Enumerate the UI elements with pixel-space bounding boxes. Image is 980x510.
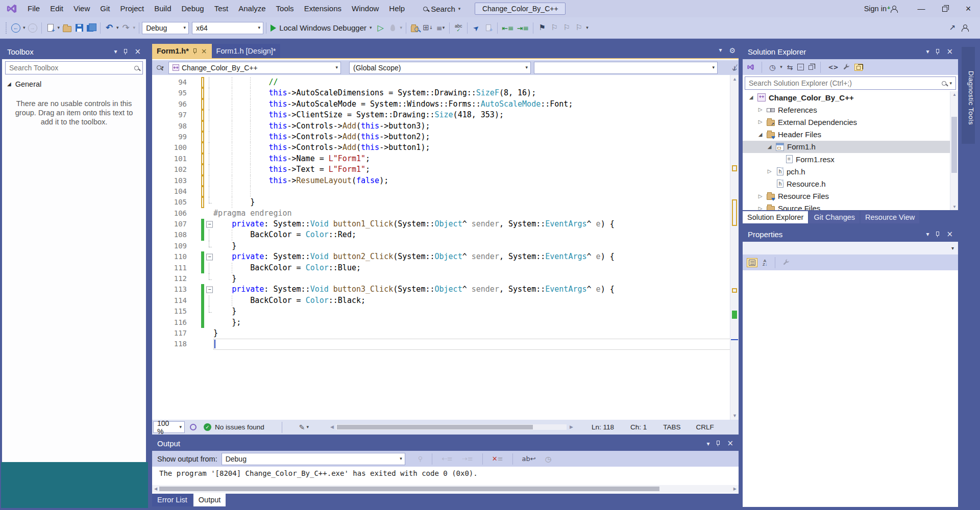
code-line-101[interactable]: 101 this->Name = L"Form1"; — [152, 154, 739, 164]
collapsed-arrow-icon[interactable]: ▷ — [757, 206, 764, 210]
editor-horizontal-scrollbar[interactable] — [336, 424, 567, 430]
toolbox-search-input[interactable] — [9, 64, 134, 72]
solution-explorer-header[interactable]: Solution Explorer ▾ × — [743, 44, 958, 59]
menu-project[interactable]: Project — [115, 0, 149, 17]
navigate-backward-button[interactable]: ← — [10, 21, 22, 35]
code-line-103[interactable]: 103 this->ResumeLayout(false); — [152, 175, 739, 186]
code-line-115[interactable]: 115 } — [152, 306, 739, 317]
save-all-button[interactable] — [85, 21, 97, 35]
output-log[interactable]: The program '[8204] Change_Color_By_C++.… — [152, 467, 739, 485]
feedback-button[interactable] — [959, 21, 971, 35]
tree-item-header-files[interactable]: ◢Header Files — [743, 129, 958, 141]
fold-collapse-button[interactable] — [205, 219, 213, 230]
health-indicator-icon[interactable]: ✓ — [204, 423, 211, 431]
code-line-113[interactable]: 113 private: System::Void button3_Click(… — [152, 284, 739, 295]
collapsed-arrow-icon[interactable]: ▷ — [757, 194, 764, 199]
expanded-arrow-icon[interactable]: ◢ — [766, 144, 773, 149]
title-search-control[interactable]: Search ▾ — [423, 5, 460, 13]
toolbox-header[interactable]: Toolbox ▾ × — [2, 44, 146, 59]
solution-explorer-search-input[interactable] — [749, 79, 942, 87]
hscroll-right-arrow[interactable]: ▶ — [570, 425, 573, 429]
show-all-files-icon[interactable] — [808, 65, 813, 70]
expanded-arrow-icon[interactable]: ◢ — [748, 95, 754, 100]
tree-item-resource-files[interactable]: ▷Resource Files — [743, 190, 958, 202]
solution-explorer-search[interactable]: ▾ — [745, 76, 956, 90]
scope-dropdown[interactable]: (Global Scope)▾ — [349, 62, 531, 74]
menu-edit[interactable]: Edit — [45, 0, 68, 17]
panel-tab-error-list[interactable]: Error List — [152, 494, 192, 506]
menu-extensions[interactable]: Extensions — [299, 0, 347, 17]
alphabetical-sort-icon[interactable]: AZ↓ — [763, 259, 767, 266]
open-file-button[interactable] — [61, 21, 73, 35]
sign-in-button[interactable]: Sign in + — [864, 5, 897, 13]
menu-window[interactable]: Window — [347, 0, 384, 17]
pin-icon[interactable] — [935, 231, 940, 238]
navigate-forward-button[interactable]: → — [27, 21, 39, 35]
code-line-99[interactable]: 99 this->Controls->Add(this->button2); — [152, 132, 739, 142]
panel-tab-solution-explorer[interactable]: Solution Explorer — [743, 211, 808, 223]
property-pages-wrench-icon[interactable] — [783, 259, 790, 266]
scroll-up-arrow[interactable]: ▲ — [952, 92, 957, 97]
hscroll-right-arrow[interactable]: ▶ — [731, 487, 739, 491]
member-dropdown[interactable]: ▾ — [534, 62, 718, 74]
window-position-icon[interactable]: ▾ — [706, 441, 709, 447]
tree-item-source-files[interactable]: ▷Source Files — [743, 202, 958, 210]
scroll-down-arrow[interactable]: ▼ — [730, 412, 739, 420]
switch-views-icon[interactable]: ⇆ — [787, 64, 793, 71]
code-line-110[interactable]: 110 private: System::Void button2_Click(… — [152, 251, 739, 262]
chevron-down-icon[interactable]: ▾ — [399, 26, 404, 30]
code-line-97[interactable]: 97 this->ClientSize = System::Drawing::S… — [152, 110, 739, 120]
tree-item-resource-h[interactable]: hResource.h — [743, 177, 958, 190]
collapsed-arrow-icon[interactable]: ▷ — [757, 119, 764, 124]
fold-collapse-button[interactable] — [205, 251, 213, 262]
code-line-94[interactable]: 94 // — [152, 77, 739, 88]
panel-tab-output[interactable]: Output — [193, 494, 226, 506]
pin-icon[interactable] — [192, 48, 198, 55]
pin-icon[interactable] — [123, 48, 128, 55]
close-icon[interactable]: × — [946, 231, 953, 238]
solution-platforms-button[interactable]: ⊞↓ — [421, 21, 434, 35]
split-editor-icon[interactable]: ⫝̸︎ — [732, 64, 737, 71]
minimize-button[interactable]: — — [910, 0, 933, 17]
code-line-106[interactable]: 106#pragma endregion — [152, 208, 739, 219]
solution-name-box[interactable]: Change_Color_By_C++ — [475, 3, 566, 15]
decrease-indent-button[interactable]: ⇤≡ — [500, 21, 515, 35]
menu-analyze[interactable]: Analyze — [233, 0, 271, 17]
code-line-96[interactable]: 96 this->AutoScaleMode = System::Windows… — [152, 99, 739, 110]
chevron-down-icon[interactable]: ▾ — [115, 26, 120, 30]
menu-view[interactable]: View — [68, 0, 95, 17]
tree-item-references[interactable]: ▷References — [743, 104, 958, 116]
pin-icon[interactable] — [716, 440, 721, 447]
code-line-105[interactable]: 105 } — [152, 197, 739, 208]
hscroll-left-arrow[interactable]: ◀ — [330, 425, 334, 429]
close-icon[interactable]: × — [134, 48, 141, 56]
pending-changes-filter-icon[interactable]: ◷ — [769, 64, 775, 71]
code-line-109[interactable]: 109 } — [152, 241, 739, 251]
code-line-104[interactable]: 104 — [152, 186, 739, 197]
previous-message-icon[interactable]: ⇠≡ — [439, 455, 455, 462]
editor-vertical-scrollbar[interactable]: ▲ ▼ — [730, 75, 739, 420]
toolbar-overflow-button[interactable]: ▾ — [585, 26, 590, 30]
menu-git[interactable]: Git — [95, 0, 115, 17]
tree-item-external-dependencies[interactable]: ▷External Dependencies — [743, 116, 958, 128]
line-indicator[interactable]: Ln: 118 — [592, 423, 614, 431]
code-line-98[interactable]: 98 this->Controls->Add(this->button3); — [152, 121, 739, 132]
navbar-search-button[interactable]: ▾ — [154, 62, 166, 73]
chevron-down-icon[interactable]: ▾ — [307, 425, 309, 429]
edit-pen-icon[interactable]: ✎ — [299, 424, 305, 431]
start-without-debugging-button[interactable]: ▷ — [375, 21, 387, 35]
properties-wrench-icon[interactable] — [843, 64, 850, 70]
chevron-down-icon[interactable]: ▾ — [780, 65, 782, 69]
output-source-dropdown[interactable]: Debug▾ — [222, 453, 405, 465]
code-line-100[interactable]: 100 this->Controls->Add(this->button1); — [152, 142, 739, 153]
properties-object-dropdown[interactable]: ▾ — [743, 242, 958, 254]
output-horizontal-scrollbar[interactable]: ◀ ▶ — [152, 485, 739, 493]
redo-button[interactable]: ↷ — [120, 21, 132, 35]
code-line-107[interactable]: 107 private: System::Void button1_Click(… — [152, 219, 739, 230]
configuration-dropdown[interactable]: Debug▾ — [142, 22, 189, 34]
close-icon[interactable]: × — [727, 440, 733, 447]
tree-item-form1-h[interactable]: ◢Form1.h — [743, 141, 958, 153]
toolbox-section-general[interactable]: ◢ General — [2, 76, 146, 92]
column-indicator[interactable]: Ch: 1 — [630, 423, 647, 431]
collapsed-arrow-icon[interactable]: ▷ — [766, 169, 773, 174]
